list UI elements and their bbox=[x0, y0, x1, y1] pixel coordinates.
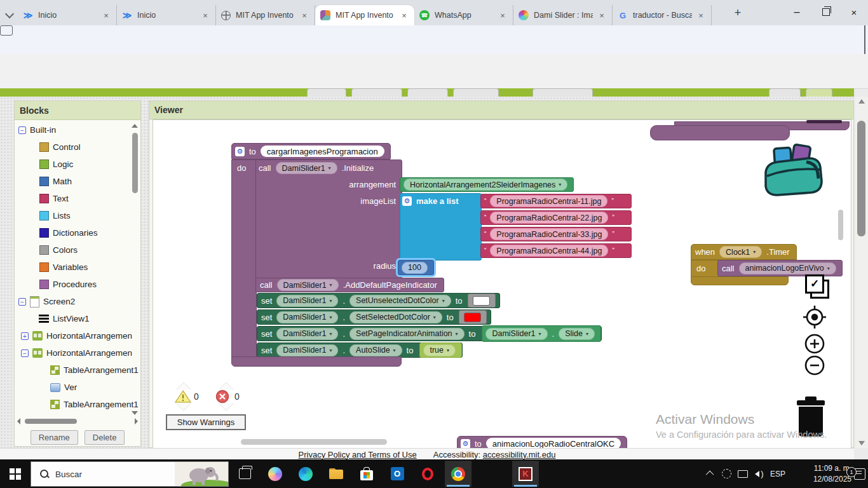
text-string-block[interactable]: “ ProgramaRadioCentral-11.jpg ” bbox=[480, 194, 632, 208]
toolbar-tab-partial[interactable] bbox=[407, 88, 448, 97]
error-up-arrow[interactable] bbox=[219, 382, 234, 390]
show-warnings-button[interactable]: Show Warnings bbox=[166, 414, 246, 430]
component-dropdown[interactable]: DamiSlider1▾ bbox=[276, 328, 338, 340]
error-circle-icon[interactable] bbox=[215, 390, 229, 403]
canvas-hscroll-thumb[interactable] bbox=[241, 439, 387, 445]
tree-expander[interactable]: − bbox=[21, 349, 29, 357]
microsoft-store-button[interactable] bbox=[353, 461, 380, 487]
when-clock-timer-block[interactable]: when Clock1▾ .Timer bbox=[691, 244, 797, 260]
tree-item[interactable]: TableArrangement1 bbox=[15, 396, 140, 413]
when-block-spine[interactable]: do bbox=[691, 260, 719, 278]
warning-down-arrow[interactable] bbox=[176, 403, 191, 411]
delete-button[interactable]: Delete bbox=[85, 430, 125, 445]
text-string-block[interactable]: “ ProgramaRadioCentral-22.jpg ” bbox=[480, 210, 632, 225]
tree-vertical-scrollbar[interactable] bbox=[132, 124, 139, 415]
opera-button[interactable] bbox=[414, 461, 441, 487]
notification-center-button[interactable]: 1 bbox=[851, 459, 868, 488]
new-tab-button[interactable]: + bbox=[729, 5, 746, 22]
tree-item[interactable]: Procedures bbox=[15, 276, 140, 293]
tab-close-icon[interactable]: × bbox=[696, 11, 706, 20]
tab-close-icon[interactable]: × bbox=[498, 11, 508, 20]
string-value[interactable]: ProgramaRadioCentral-33.jpg bbox=[490, 228, 608, 240]
procedure-name-field[interactable]: animacionLogoRadioCentralOKC bbox=[486, 438, 621, 449]
start-button[interactable] bbox=[2, 461, 29, 487]
tree-item[interactable]: Lists bbox=[15, 207, 140, 224]
procedure-anim-block[interactable]: ⚙ to animacionLogoRadioCentralOKC bbox=[457, 436, 627, 449]
toolbar-tab-partial[interactable] bbox=[307, 88, 346, 97]
procedure-name-field[interactable]: cargarImagenesProgramacion bbox=[261, 146, 384, 157]
property-dropdown[interactable]: SetSelectedDotColor▾ bbox=[349, 311, 442, 323]
tree-item[interactable]: Colors bbox=[15, 241, 140, 259]
language-indicator[interactable]: ESP bbox=[768, 459, 788, 488]
procedure-block-spine[interactable]: do bbox=[231, 159, 257, 358]
tree-horizontal-scrollbar[interactable] bbox=[17, 417, 138, 426]
browser-tab[interactable]: Inicio × bbox=[117, 5, 216, 25]
component-dropdown[interactable]: DamiSlider1▾ bbox=[276, 344, 338, 356]
property-dropdown[interactable]: AutoSlide▾ bbox=[349, 344, 402, 356]
set-block[interactable]: set DamiSlider1▾ . SetPageIndicatorAnima… bbox=[257, 326, 602, 341]
tab-close-icon[interactable]: × bbox=[299, 11, 309, 20]
component-dropdown[interactable]: DamiSlider1▾ bbox=[276, 162, 337, 174]
procedure-block-footer[interactable] bbox=[231, 356, 402, 367]
tray-app-icon[interactable] bbox=[719, 459, 733, 488]
tab-close-icon[interactable]: × bbox=[399, 11, 409, 20]
string-value[interactable]: ProgramaRadioCentral-11.jpg bbox=[490, 195, 607, 207]
outlook-button[interactable]: O bbox=[384, 461, 410, 487]
make-a-list-block[interactable]: ⚙ make a list bbox=[400, 193, 482, 261]
volume-icon[interactable] bbox=[752, 459, 766, 488]
color-block[interactable] bbox=[468, 294, 496, 308]
task-view-button[interactable] bbox=[231, 461, 258, 487]
tab-search-icon[interactable] bbox=[5, 9, 14, 18]
rename-button[interactable]: Rename bbox=[31, 430, 78, 445]
property-dropdown[interactable]: Slide▾ bbox=[559, 328, 595, 340]
tray-hidden-icons-button[interactable] bbox=[704, 459, 717, 488]
browser-tab[interactable]: Inicio × bbox=[18, 5, 117, 25]
procedure-dropdown[interactable]: animacionLogoEnVivo▾ bbox=[739, 262, 836, 274]
tree-item[interactable]: Control bbox=[15, 139, 140, 156]
tree-item[interactable]: ListView1 bbox=[15, 310, 140, 327]
network-icon[interactable] bbox=[736, 459, 750, 488]
component-getter-block[interactable]: HorizontalArrangement2SleiderImagenes▾ bbox=[400, 177, 574, 192]
call-initialize-block[interactable]: call DamiSlider1▾ .Initialize arrangemen… bbox=[255, 159, 402, 279]
browser-tab[interactable]: MIT App Invento × bbox=[216, 5, 315, 25]
call-indicator-block[interactable]: call DamiSlider1▾ .AddDefaultPageIndicat… bbox=[255, 278, 444, 292]
toolbar-tab-partial[interactable] bbox=[351, 88, 402, 97]
browser-tab[interactable]: WhatsApp × bbox=[414, 5, 513, 25]
component-dropdown[interactable]: Clock1▾ bbox=[719, 246, 762, 258]
mutator-gear-icon[interactable]: ⚙ bbox=[235, 147, 245, 156]
toolbar-tab-partial[interactable] bbox=[453, 88, 499, 97]
tree-item[interactable]: Dictionaries bbox=[15, 224, 140, 241]
tab-close-icon[interactable]: × bbox=[597, 11, 607, 20]
scroll-down-icon[interactable] bbox=[132, 411, 138, 415]
arrangement-dropdown[interactable]: HorizontalArrangement2SleiderImagenes▾ bbox=[403, 179, 567, 191]
component-dropdown[interactable]: DamiSlider1▾ bbox=[277, 279, 339, 291]
tab-close-icon[interactable]: × bbox=[200, 11, 210, 20]
tree-item[interactable]: − Built-in bbox=[15, 121, 140, 139]
tree-item[interactable]: TableArrangement1 bbox=[15, 362, 140, 379]
scroll-up-icon[interactable] bbox=[132, 124, 138, 128]
kmplayer-button[interactable]: K bbox=[512, 461, 539, 487]
scroll-down-icon[interactable] bbox=[858, 441, 865, 445]
component-dropdown[interactable]: DamiSlider1▾ bbox=[276, 295, 338, 307]
tree-item[interactable]: Text bbox=[15, 190, 140, 207]
mutator-gear-icon[interactable]: ⚙ bbox=[461, 439, 470, 449]
component-property-getter[interactable]: DamiSlider1▾ . Slide▾ bbox=[482, 325, 601, 342]
scroll-left-icon[interactable] bbox=[17, 418, 20, 424]
browser-tab[interactable]: Dami Slider : Ima × bbox=[513, 5, 613, 25]
mutator-gear-icon[interactable]: ⚙ bbox=[402, 196, 412, 206]
tree-expander[interactable]: − bbox=[18, 298, 26, 306]
checkbox-checked-icon[interactable]: ✓ bbox=[805, 274, 824, 294]
window-minimize-button[interactable]: – bbox=[783, 0, 811, 24]
true-block[interactable]: true▾ bbox=[419, 342, 462, 358]
tree-item[interactable]: − Screen2 bbox=[15, 293, 140, 310]
canvas-vscroll-thumb[interactable] bbox=[838, 210, 843, 240]
scrollbar-thumb[interactable] bbox=[857, 121, 865, 236]
text-string-block[interactable]: “ ProgramaRadioCentral-44.jpg ” bbox=[480, 243, 632, 258]
component-dropdown[interactable]: DamiSlider1▾ bbox=[276, 311, 338, 323]
toolbar-tab-partial[interactable] bbox=[806, 88, 832, 97]
component-dropdown[interactable]: DamiSlider1▾ bbox=[485, 328, 547, 340]
toolbar-tab-partial[interactable] bbox=[769, 88, 801, 97]
accessibility-link[interactable]: accessibility.mit.edu bbox=[483, 450, 556, 459]
string-value[interactable]: ProgramaRadioCentral-22.jpg bbox=[490, 212, 608, 224]
backpack-icon[interactable] bbox=[761, 139, 827, 200]
